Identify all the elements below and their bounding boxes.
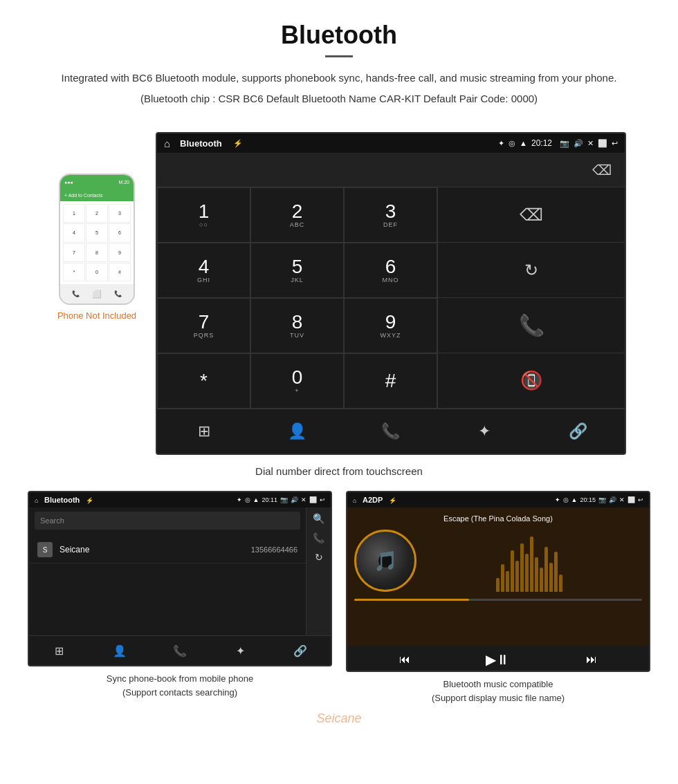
music-home-icon[interactable]: ⌂: [353, 497, 356, 504]
bluetooth-specs: (Bluetooth chip : CSR BC6 Default Blueto…: [42, 91, 636, 107]
dialpad-icon[interactable]: ⊞: [187, 416, 221, 447]
music-camera-icon[interactable]: 📷: [598, 496, 606, 503]
bluetooth-icon[interactable]: ✦: [467, 416, 502, 447]
pb-window-icon[interactable]: ⬜: [309, 496, 317, 503]
next-track-button[interactable]: ⏭: [586, 653, 597, 666]
prev-track-button[interactable]: ⏮: [399, 653, 410, 666]
delete-button[interactable]: ⌫: [438, 187, 625, 243]
main-caption: Dial number direct from touchscreen: [0, 465, 678, 477]
music-content: Escape (The Pina Colada Song) 🎵: [347, 507, 649, 646]
header-divider: [325, 55, 353, 57]
phone-aside: ●●● M:20 + Add to Contacts 1 2 3 4 5 6 7…: [52, 132, 142, 321]
music-title: A2DP: [363, 496, 383, 504]
pb-close-icon[interactable]: ✕: [301, 496, 306, 503]
music-back-icon[interactable]: ↩: [638, 496, 643, 503]
pb-refresh-action-icon[interactable]: ↻: [315, 552, 323, 563]
phonebook-caption: Sync phone-book from mobile phone (Suppo…: [107, 672, 253, 699]
pb-back-icon[interactable]: ↩: [320, 496, 325, 503]
phone-icon[interactable]: 📞: [374, 416, 408, 447]
phonebook-usb-icon: ⚡: [86, 497, 93, 504]
pb-grid-icon[interactable]: ⊞: [47, 640, 72, 661]
watermark: Seicane: [0, 711, 678, 726]
dial-key-star[interactable]: *: [157, 353, 250, 409]
usb-icon: ⚡: [233, 139, 243, 148]
bottom-navigation-bar: ⊞ 👤 📞 ✦ 🔗: [157, 409, 625, 454]
phonebook-status-bar: ⌂ Bluetooth ⚡ ✦ ◎ ▲ 20:11 📷 🔊 ✕ ⬜ ↩: [29, 492, 331, 507]
bluetooth-status-icon: ✦: [498, 139, 504, 148]
music-android-screen: ⌂ A2DP ⚡ ✦ ◎ ▲ 20:15 📷 🔊 ✕ ⬜ ↩: [346, 491, 650, 672]
progress-bar: [354, 599, 642, 601]
phone-top-bar: ●●● M:20: [60, 175, 134, 189]
dial-key-3[interactable]: 3 DEF: [344, 187, 437, 243]
music-window-icon[interactable]: ⬜: [627, 496, 635, 503]
pb-phone-icon[interactable]: 📞: [167, 640, 192, 661]
dial-key-9[interactable]: 9 WXYZ: [344, 298, 437, 353]
dial-key-7[interactable]: 7 PQRS: [157, 298, 250, 353]
phonebook-bottom-bar: ⊞ 👤 📞 ✦ 🔗: [29, 635, 331, 665]
contacts-icon[interactable]: 👤: [280, 416, 315, 447]
dial-key-2[interactable]: 2 ABC: [250, 187, 344, 243]
pb-camera-icon[interactable]: 📷: [280, 496, 288, 503]
pb-bluetooth-icon[interactable]: ✦: [228, 640, 253, 661]
phonebook-title: Bluetooth: [44, 496, 80, 504]
eq-visualizer: [416, 530, 642, 592]
music-close-icon[interactable]: ✕: [619, 496, 625, 503]
music-volume-icon[interactable]: 🔊: [609, 496, 616, 503]
dial-right-actions: ⌫ ↻ 📞 📵: [437, 187, 625, 409]
phone-image: ●●● M:20 + Add to Contacts 1 2 3 4 5 6 7…: [59, 174, 135, 305]
play-pause-button[interactable]: ▶⏸: [486, 651, 510, 668]
pb-contacts-icon[interactable]: 👤: [107, 640, 132, 661]
dial-key-0[interactable]: 0 +: [250, 353, 344, 409]
pb-phone-action-icon[interactable]: 📞: [313, 532, 324, 543]
search-placeholder: Search: [40, 516, 64, 525]
phone-not-included-label: Phone Not Included: [57, 310, 136, 321]
main-screenshot-area: ●●● M:20 + Add to Contacts 1 2 3 4 5 6 7…: [0, 118, 678, 458]
music-usb-icon: ⚡: [389, 497, 396, 504]
call-button[interactable]: 📞: [438, 298, 625, 353]
pb-volume-icon[interactable]: 🔊: [291, 496, 298, 503]
end-call-button[interactable]: 📵: [438, 353, 625, 409]
dial-key-6[interactable]: 6 MNO: [344, 243, 437, 298]
contact-avatar: S: [37, 542, 53, 557]
contact-list: S Seicane 13566664466: [29, 534, 306, 566]
album-artwork: 🎵: [354, 530, 416, 592]
home-icon[interactable]: ⌂: [164, 138, 170, 149]
close-icon[interactable]: ✕: [587, 139, 594, 148]
window-icon[interactable]: ⬜: [598, 139, 607, 148]
bottom-screens-area: ⌂ Bluetooth ⚡ ✦ ◎ ▲ 20:11 📷 🔊 ✕ ⬜ ↩: [0, 491, 678, 704]
location-icon: ◎: [508, 139, 515, 148]
status-bar: ⌂ Bluetooth ⚡ ✦ ◎ ▲ 20:12 📷 🔊 ✕ ⬜ ↩: [157, 133, 625, 153]
dial-key-5[interactable]: 5 JKL: [250, 243, 344, 298]
back-icon[interactable]: ↩: [612, 139, 618, 148]
contact-row[interactable]: S Seicane 13566664466: [29, 536, 306, 563]
time-display: 20:12: [531, 138, 552, 148]
phonebook-screen-block: ⌂ Bluetooth ⚡ ✦ ◎ ▲ 20:11 📷 🔊 ✕ ⬜ ↩: [28, 491, 332, 704]
dial-key-4[interactable]: 4 GHI: [157, 243, 250, 298]
pb-link-icon[interactable]: 🔗: [288, 640, 313, 661]
dial-key-hash[interactable]: #: [344, 353, 437, 409]
page-header: Bluetooth Integrated with BC6 Bluetooth …: [0, 0, 678, 118]
dialpad-body: 1 ○○ 2 ABC 3 DEF 4 GHI 5 JKL: [157, 187, 625, 409]
contact-number: 13566664466: [251, 545, 297, 554]
volume-icon[interactable]: 🔊: [574, 139, 583, 148]
page-title: Bluetooth: [42, 21, 636, 50]
link-icon[interactable]: 🔗: [560, 416, 595, 447]
main-android-screen: ⌂ Bluetooth ⚡ ✦ ◎ ▲ 20:12 📷 🔊 ✕ ⬜ ↩ ⌫: [156, 132, 626, 455]
pb-search-action-icon[interactable]: 🔍: [313, 513, 324, 524]
header-description: Integrated with BC6 Bluetooth module, su…: [42, 70, 636, 86]
music-status-bar: ⌂ A2DP ⚡ ✦ ◎ ▲ 20:15 📷 🔊 ✕ ⬜ ↩: [347, 492, 649, 507]
search-bar[interactable]: Search: [35, 512, 300, 530]
phonebook-android-screen: ⌂ Bluetooth ⚡ ✦ ◎ ▲ 20:11 📷 🔊 ✕ ⬜ ↩: [28, 491, 332, 666]
music-controls: ⏮ ▶⏸ ⏭: [347, 646, 649, 671]
camera-icon[interactable]: 📷: [560, 139, 569, 148]
refresh-button[interactable]: ↻: [438, 243, 625, 298]
phonebook-home-icon[interactable]: ⌂: [35, 497, 38, 504]
signal-icon: ▲: [520, 139, 527, 147]
dialpad-display: ⌫: [157, 153, 625, 187]
music-note-icon: 🎵: [374, 550, 398, 572]
dial-key-1[interactable]: 1 ○○: [157, 187, 250, 243]
phone-screen: 1 2 3 4 5 6 7 8 9 * 0 #: [60, 201, 134, 284]
backspace-button[interactable]: ⌫: [589, 158, 614, 183]
dial-key-8[interactable]: 8 TUV: [250, 298, 344, 353]
progress-fill: [354, 599, 469, 601]
